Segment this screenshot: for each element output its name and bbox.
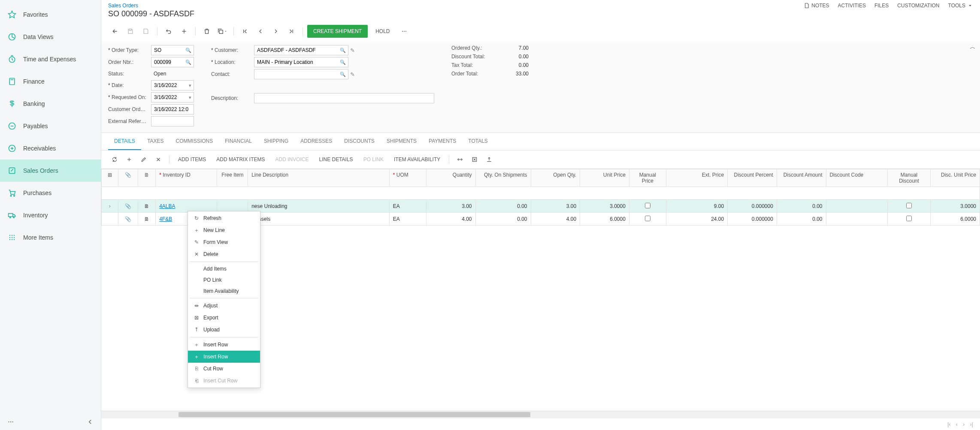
grid-export-button[interactable] [468, 153, 481, 166]
sidebar-item-time[interactable]: Time and Expenses [0, 48, 101, 70]
save-button[interactable] [124, 24, 137, 38]
ctx-newline[interactable]: ＋New Line [188, 224, 260, 236]
col-discpct[interactable]: Discount Percent [728, 169, 777, 187]
col-discamt[interactable]: Discount Amount [777, 169, 826, 187]
tab-shipping[interactable]: SHIPPING [258, 133, 294, 150]
cell-extprice[interactable]: 9.00 [666, 200, 727, 213]
undo-button[interactable] [162, 24, 175, 38]
manual-disc-checkbox[interactable] [906, 216, 912, 221]
save-close-button[interactable] [139, 24, 153, 38]
files-link[interactable]: FILES [874, 3, 889, 9]
cell-discamt[interactable]: 0.00 [777, 200, 826, 213]
grid-add-button[interactable] [123, 153, 136, 166]
row-note[interactable]: 🗎 [138, 213, 156, 226]
col-manprice[interactable]: Manual Price [629, 169, 666, 187]
col-openqty[interactable]: Open Qty. [531, 169, 580, 187]
col-free[interactable]: Free Item [217, 169, 248, 187]
cell-desc[interactable]: nese Unloading [248, 200, 390, 213]
table-row[interactable]: › 📎 🗎 4ALBA nese Unloading EA 3.00 0.00 … [102, 200, 980, 213]
collapse-icon[interactable]: ︿ [970, 43, 976, 51]
back-button[interactable] [108, 24, 122, 38]
cell-unitprice[interactable]: 3.0000 [580, 200, 629, 213]
cell-discpct[interactable]: 0.000000 [728, 213, 777, 226]
input-extref[interactable] [151, 116, 194, 126]
cell-openqty[interactable]: 4.00 [531, 213, 580, 226]
grid-delete-button[interactable] [152, 153, 165, 166]
col-attach[interactable]: 📎 [118, 169, 138, 187]
input-ordertype[interactable] [151, 45, 194, 55]
col-mandisc[interactable]: Manual Discount [887, 169, 930, 187]
ctx-refresh[interactable]: ↻Refresh [188, 212, 260, 224]
row-note[interactable]: 🗎 [138, 200, 156, 213]
col-note[interactable]: 🗎 [138, 169, 156, 187]
input-description[interactable] [254, 93, 434, 103]
tab-discounts[interactable]: DISCOUNTS [338, 133, 381, 150]
line-details-link[interactable]: LINE DETAILS [315, 154, 357, 165]
row-expand[interactable]: › [102, 200, 118, 213]
cell-discunit[interactable]: 6.0000 [931, 213, 980, 226]
col-desc[interactable]: Line Description [248, 169, 390, 187]
tab-details[interactable]: DETAILS [108, 133, 141, 150]
tab-taxes[interactable]: TAXES [141, 133, 169, 150]
input-contact[interactable] [254, 69, 348, 79]
ctx-itemavail[interactable]: Item Availability [188, 286, 260, 297]
delete-button[interactable] [200, 24, 214, 38]
ctx-insertrow1[interactable]: ＋Insert Row [188, 339, 260, 351]
ctx-insertrow2[interactable]: ＋Insert Row [188, 351, 260, 363]
cell-qty[interactable]: 3.00 [426, 200, 475, 213]
manual-disc-checkbox[interactable] [906, 203, 912, 208]
input-ordernbr[interactable] [151, 57, 194, 67]
ctx-formview[interactable]: ✎Form View [188, 236, 260, 248]
manual-price-checkbox[interactable] [645, 203, 650, 208]
grid-edit-button[interactable] [137, 153, 150, 166]
add-button[interactable] [177, 24, 191, 38]
more-actions-button[interactable] [397, 24, 411, 38]
pencil-icon[interactable]: ✎ [350, 71, 355, 78]
col-disccode[interactable]: Discount Code [826, 169, 887, 187]
tab-commissions[interactable]: COMMISSIONS [170, 133, 219, 150]
inventory-link[interactable]: 4F&B [159, 216, 172, 222]
item-avail-link[interactable]: ITEM AVAILABILITY [390, 154, 445, 165]
col-qty[interactable]: Quantity [426, 169, 475, 187]
ctx-polink[interactable]: PO Link [188, 274, 260, 286]
col-expand[interactable]: ⊞ [102, 169, 118, 187]
ctx-export[interactable]: ⊠Export [188, 312, 260, 324]
add-matrix-link[interactable]: ADD MATRIX ITEMS [212, 154, 269, 165]
pager-next[interactable]: › [963, 421, 965, 427]
pager-first[interactable]: |‹ [947, 421, 951, 427]
cell-discunit[interactable]: 3.0000 [931, 200, 980, 213]
cell-desc[interactable]: Mussels [248, 213, 390, 226]
input-custord[interactable] [151, 104, 194, 114]
col-extprice[interactable]: Ext. Price [666, 169, 727, 187]
row-attach[interactable]: 📎 [118, 200, 138, 213]
sidebar-item-salesorders[interactable]: Sales Orders [0, 159, 101, 182]
sidebar-item-inventory[interactable]: Inventory [0, 204, 101, 226]
sidebar-item-dataviews[interactable]: Data Views [0, 26, 101, 48]
tab-financial[interactable]: FINANCIAL [219, 133, 258, 150]
sidebar-item-receivables[interactable]: Receivables [0, 137, 101, 159]
cell-discamt[interactable]: 0.00 [777, 213, 826, 226]
sidebar-item-payables[interactable]: Payables [0, 115, 101, 137]
sidebar-item-purchases[interactable]: Purchases [0, 182, 101, 204]
sidebar-item-banking[interactable]: Banking [0, 93, 101, 115]
input-customer[interactable] [254, 45, 348, 55]
sidebar-item-favorites[interactable]: Favorites [0, 3, 101, 26]
cell-uom[interactable]: EA [389, 200, 426, 213]
cell-qty[interactable]: 4.00 [426, 213, 475, 226]
notes-link[interactable]: NOTES [804, 3, 829, 9]
input-location[interactable] [254, 57, 348, 67]
grid-refresh-button[interactable] [108, 153, 121, 166]
copy-button[interactable] [215, 24, 229, 38]
input-date[interactable] [151, 80, 194, 90]
add-items-link[interactable]: ADD ITEMS [174, 154, 210, 165]
tab-totals[interactable]: TOTALS [462, 133, 494, 150]
first-button[interactable] [238, 24, 252, 38]
ctx-adjust[interactable]: ⇹Adjust [188, 300, 260, 312]
cell-openqty[interactable]: 3.00 [531, 200, 580, 213]
tab-payments[interactable]: PAYMENTS [423, 133, 462, 150]
manual-price-checkbox[interactable] [645, 216, 650, 221]
breadcrumb[interactable]: Sales Orders [108, 3, 194, 9]
ctx-cutrow[interactable]: ⎘Cut Row [188, 363, 260, 375]
col-unitprice[interactable]: Unit Price [580, 169, 629, 187]
pager-prev[interactable]: ‹ [956, 421, 958, 427]
